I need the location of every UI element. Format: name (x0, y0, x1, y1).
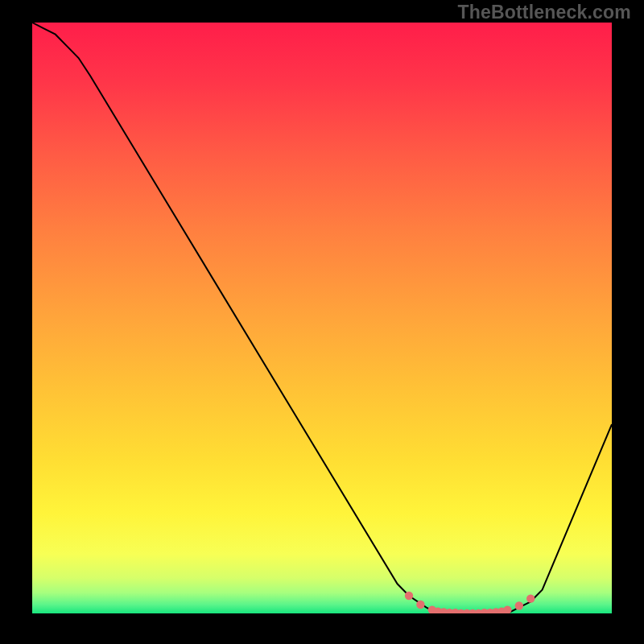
optimal-marker (416, 601, 424, 609)
optimal-marker (515, 601, 523, 609)
optimal-marker (526, 594, 535, 602)
gradient-background (32, 23, 612, 613)
chart-frame: TheBottleneck.com (0, 0, 644, 644)
watermark-text: TheBottleneck.com (457, 2, 631, 23)
bottleneck-chart (32, 23, 612, 613)
optimal-marker (405, 592, 413, 600)
